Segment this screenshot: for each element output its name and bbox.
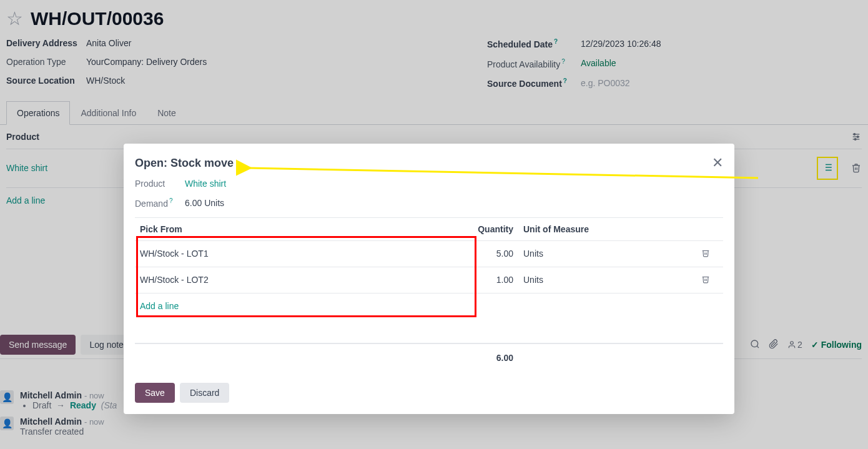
stock-move-modal: Open: Stock move ✕ Product White shirt D…: [124, 144, 734, 414]
add-line-link[interactable]: Add a line: [135, 294, 723, 318]
table-row[interactable]: WH/Stock - LOT1 5.00 Units: [135, 241, 723, 267]
column-pick-from: Pick From: [140, 224, 468, 234]
column-quantity: Quantity: [468, 224, 518, 234]
table-row[interactable]: WH/Stock - LOT2 1.00 Units: [135, 267, 723, 294]
close-icon[interactable]: ✕: [712, 155, 723, 171]
total-qty: 6.00: [468, 353, 518, 363]
modal-title: Open: Stock move: [135, 157, 234, 170]
modal-product-label: Product: [135, 179, 185, 189]
uom-cell[interactable]: Units: [518, 275, 693, 285]
help-icon[interactable]: ?: [169, 197, 173, 204]
modal-demand-label: Demand?: [135, 197, 185, 209]
column-uom: Unit of Measure: [518, 224, 693, 234]
trash-icon[interactable]: [693, 275, 718, 285]
pick-from-cell[interactable]: WH/Stock - LOT1: [140, 249, 468, 259]
pick-from-cell[interactable]: WH/Stock - LOT2: [140, 275, 468, 285]
modal-demand-value: 6.00 Units: [185, 198, 224, 208]
discard-button[interactable]: Discard: [180, 383, 229, 403]
quantity-cell[interactable]: 1.00: [468, 275, 518, 285]
quantity-cell[interactable]: 5.00: [468, 249, 518, 259]
modal-product-value[interactable]: White shirt: [185, 179, 226, 189]
trash-icon[interactable]: [693, 249, 718, 259]
save-button[interactable]: Save: [135, 383, 175, 403]
uom-cell[interactable]: Units: [518, 249, 693, 259]
